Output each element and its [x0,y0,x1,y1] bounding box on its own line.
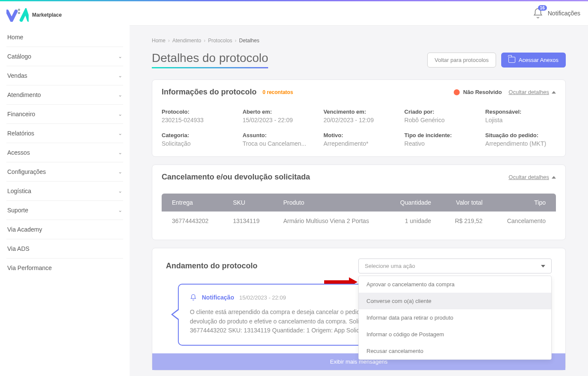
chevron-down-icon: ⌄ [118,111,122,117]
message-date: 15/02/2023 - 22:09 [239,294,286,301]
table-row: 3677444320213134119Armário Multiuso Vien… [162,212,556,230]
nav-label: Relatórios [7,130,34,137]
info-label: Criado por: [405,109,475,115]
nav-label: Via ADS [7,245,30,252]
dropdown-option[interactable]: Recusar cancelamento [359,343,551,359]
notifications-button[interactable]: 16 Notificações [532,8,580,19]
chevron-right-icon: › [235,38,236,44]
main: 16 Notificações Home›Atendimento›Protoco… [130,1,588,376]
chevron-right-icon: › [204,38,205,44]
sidebar-item-home[interactable]: Home [6,28,123,47]
nav-label: Via Academy [7,226,42,233]
info-label: Vencimento em: [323,109,394,115]
chevron-down-icon [541,265,545,267]
table-cell: Armário Multiuso Viena 2 Portas [273,212,386,230]
info-label: Assunto: [242,132,313,138]
info-value: Lojista [485,117,556,123]
info-value: 230215-024933 [162,117,232,123]
sidebar-item-vendas[interactable]: Vendas⌄ [6,66,123,85]
dropdown-option[interactable]: Aprovar o cancelamento da compra [359,276,551,293]
info-value: 15/02/2023 - 22:09 [242,117,313,123]
table-cell: 13134119 [223,212,273,230]
info-field: Criado por:Robô Genérico [405,109,475,123]
nav-label: Vendas [7,72,27,79]
info-field: Protocolo:230215-024933 [162,109,232,123]
nav-label: Suporte [7,207,28,214]
dropdown-option[interactable]: Converse com o(a) cliente [359,293,551,309]
chevron-down-icon: ⌄ [118,53,122,59]
info-label: Motivo: [323,132,394,138]
bell-icon [190,294,197,301]
info-label: Protocolo: [162,109,232,115]
hide-details-toggle[interactable]: Ocultar detalhes [508,89,556,95]
sidebar-item-configurações[interactable]: Configurações⌄ [6,162,123,182]
caret-up-icon [552,176,556,179]
info-label: Tipo de incidente: [405,132,475,138]
table-cell: 36774443202 [162,212,223,230]
chevron-down-icon: ⌄ [118,169,122,175]
logo-icon [6,8,29,22]
table-cell: 1 unidade [387,212,442,230]
protocol-progress-card: Andamento do protocolo Selecione uma açã… [152,248,566,370]
action-select-wrapper: Selecione uma ação Aprovar o cancelament… [358,258,552,273]
nav-label: Home [7,34,23,41]
info-value: Robô Genérico [405,117,475,123]
logo: Marketplace [6,6,123,28]
breadcrumb-item[interactable]: Atendimento [172,38,201,44]
breadcrumb-item[interactable]: Protocolos [208,38,232,44]
sidebar-item-acessos[interactable]: Acessos⌄ [6,143,123,162]
attachments-label: Acessar Anexos [519,57,558,63]
notif-label: Notificações [548,10,580,17]
info-card-title: Informações do protocolo [162,88,257,97]
info-label: Aberto em: [242,109,313,115]
protocol-info-card: Informações do protocolo 0 recontatos Nã… [152,79,566,157]
breadcrumb: Home›Atendimento›Protocolos›Detalhes [152,38,566,44]
access-attachments-button[interactable]: Acessar Anexos [501,53,566,68]
nav-label: Catálogo [7,53,31,60]
chevron-down-icon: ⌄ [118,188,122,194]
info-label: Situação do pedido: [485,132,556,138]
dropdown-option[interactable]: Informar o código de Postagem [359,326,551,343]
svg-point-1 [18,12,20,14]
info-value: Solicitação [162,140,232,147]
select-placeholder: Selecione uma ação [365,263,415,269]
info-field: Vencimento em:20/02/2023 - 12:09 [323,109,394,123]
sidebar-item-suporte[interactable]: Suporte⌄ [6,201,123,220]
nav-label: Logística [7,188,31,194]
info-value: Reativo [405,140,475,147]
sidebar-item-catálogo[interactable]: Catálogo⌄ [6,47,123,66]
info-value: Troca ou Cancelamen... [242,140,313,147]
info-field: Situação do pedido:Arrependimento (MKT) [485,132,556,147]
sidebar-item-logística[interactable]: Logística⌄ [6,182,123,201]
recontatos-count: 0 recontatos [263,89,293,95]
toggle-text: Ocultar detalhes [508,174,549,180]
status-badge: Não Resolvido [454,89,502,95]
info-label: Categoria: [162,132,232,138]
info-field: Assunto:Troca ou Cancelamen... [242,132,313,147]
sidebar-item-via-performance[interactable]: Via Performance [6,258,123,277]
caret-up-icon [552,91,556,94]
action-select[interactable]: Selecione uma ação [358,258,552,273]
info-label: Responsável: [485,109,556,115]
info-field: Aberto em:15/02/2023 - 22:09 [242,109,313,123]
progress-title: Andamento do protocolo [166,261,257,270]
chevron-down-icon: ⌄ [118,92,122,98]
table-header: Valor total [441,194,493,212]
sidebar-item-via-academy[interactable]: Via Academy [6,220,123,239]
nav-label: Atendimento [7,91,41,98]
sidebar-item-via-ads[interactable]: Via ADS [6,239,123,258]
hide-details-toggle-2[interactable]: Ocultar detalhes [508,174,556,180]
info-value: Arrependimento (MKT) [485,140,556,147]
status-dot-icon [454,89,460,95]
table-header: SKU [223,194,273,212]
info-field: Motivo:Arrependimento* [323,132,394,147]
table-header: Tipo [493,194,556,212]
bell-icon: 16 [532,8,544,19]
sidebar-item-relatórios[interactable]: Relatórios⌄ [6,124,123,143]
back-to-protocols-button[interactable]: Voltar para protocolos [427,53,496,68]
sidebar-item-atendimento[interactable]: Atendimento⌄ [6,85,123,105]
dropdown-option[interactable]: Informar data para retirar o produto [359,309,551,326]
nav-label: Financeiro [7,111,35,118]
breadcrumb-item[interactable]: Home [152,38,165,44]
sidebar-item-financeiro[interactable]: Financeiro⌄ [6,105,123,124]
